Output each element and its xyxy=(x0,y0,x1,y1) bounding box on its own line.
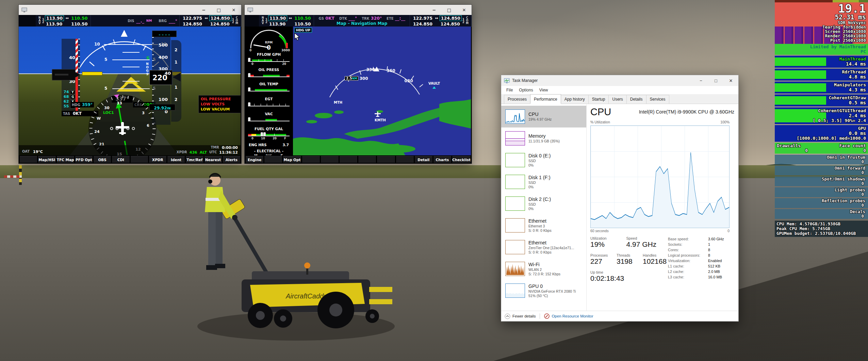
close-icon[interactable]: ✕ xyxy=(457,5,472,15)
sidebar-resource-item[interactable]: Disk 1 (F:) SSD 0% xyxy=(501,171,586,193)
softkey-button[interactable] xyxy=(396,156,414,163)
egt-label: EGT xyxy=(245,97,293,101)
maximize-icon[interactable]: □ xyxy=(211,5,226,15)
thread-name: MainThread xyxy=(777,57,866,62)
sidebar-resource-item[interactable]: Ethernet Ethernet 3 S: 0 R: 0 Kbps xyxy=(501,214,586,236)
warning-message: LOW VACUUM xyxy=(201,107,241,112)
sidebar-resource-item[interactable]: Disk 0 (E:) SSD 0% xyxy=(501,149,586,171)
sidebar-resource-item[interactable]: Wi-Fi WLAN 2 S: 72.0 R: 152 Kbps xyxy=(501,258,586,280)
navigation-map[interactable]: 300 330 360 030 2.5NM MTH KMTH VAULT HDG… xyxy=(293,27,471,155)
tug-handle xyxy=(235,218,271,279)
softkey-button[interactable]: Engine xyxy=(246,156,263,163)
tug-brand-text: AircraftCaddy xyxy=(285,292,327,300)
fps-info-lines: SDR NoVsyncTearing forbiddenScreen 2560x… xyxy=(777,20,866,42)
minimize-icon[interactable]: − xyxy=(693,75,708,86)
resource-mini-graph xyxy=(505,131,525,145)
resource-mini-graph xyxy=(505,240,525,254)
thread-time: 0.0 ms xyxy=(777,131,866,136)
softkey-button[interactable]: TFC Map xyxy=(57,156,74,163)
tab[interactable]: Startup xyxy=(588,95,609,104)
close-icon[interactable]: ✕ xyxy=(723,75,738,86)
softkey-button[interactable] xyxy=(358,156,376,163)
softkey-button[interactable] xyxy=(321,156,339,163)
softkey-button[interactable]: CDI xyxy=(112,156,129,163)
map-compass-arc xyxy=(320,57,432,101)
tab[interactable]: Users xyxy=(608,95,626,104)
memory-stat-line: GPUMem budget: 2.537GB/10.040GB xyxy=(776,231,866,236)
close-icon[interactable]: ✕ xyxy=(226,5,241,15)
warning-message: LOW VOLTS xyxy=(201,102,241,107)
cpu-details-table: Base speed:3.60 GHzSockets:1Cores:8Logic… xyxy=(668,236,734,280)
ownship-icon xyxy=(374,111,381,118)
mfd-status-bar: GS 0KT DTK ___° TRK 320° ETE __:__ Map –… xyxy=(314,15,410,27)
sidebar-resource-item[interactable]: Disk 2 (C:) SSD 0% xyxy=(501,193,586,214)
mfd-window-controls: − □ ✕ xyxy=(427,5,472,15)
tab[interactable]: Details xyxy=(626,95,646,104)
frequency-swap-icon: ↔ xyxy=(288,16,293,20)
softkey-button[interactable] xyxy=(340,156,357,163)
thread-time: 2.4 ms xyxy=(777,113,866,118)
menu-item[interactable]: View xyxy=(536,88,551,92)
maximize-icon[interactable]: □ xyxy=(708,75,723,86)
task-manager-tabs: ProcessesPerformanceApp historyStartupUs… xyxy=(501,94,738,104)
softkey-button[interactable]: Tmr/Ref xyxy=(186,156,203,163)
tab[interactable]: Services xyxy=(646,95,669,104)
menu-item[interactable]: Options xyxy=(516,88,536,92)
softkey-button[interactable]: Ident xyxy=(167,156,185,163)
open-resource-monitor-link[interactable]: Open Resource Monitor xyxy=(552,314,593,318)
softkey-button[interactable] xyxy=(302,156,320,163)
com-frequencies: 122.975 ↔ 124.850 124.850 124.850 12 COM xyxy=(410,15,472,27)
tab[interactable]: App history xyxy=(561,95,589,104)
sidebar-resource-item[interactable]: Ethernet ZeroTier One [12ac4a1e71... S: … xyxy=(501,236,586,258)
resource-detail: 0% xyxy=(528,185,551,189)
softkey-button[interactable] xyxy=(377,156,395,163)
softkey-button[interactable]: Map Opt xyxy=(283,156,301,163)
softkey-button[interactable]: PFD Opt xyxy=(75,156,93,163)
tab[interactable]: Processes xyxy=(504,95,530,104)
fewer-details-button[interactable]: Fewer details xyxy=(512,314,536,318)
pfd-titlebar[interactable]: − □ ✕ xyxy=(19,5,241,15)
minimize-icon[interactable]: − xyxy=(196,5,211,15)
task-manager-titlebar[interactable]: Task Manager − □ ✕ xyxy=(501,75,738,86)
hsi-compass-label: 33 xyxy=(117,101,122,105)
performance-sidebar: CPU 19% 4.97 GHz Memory 11.1/31.9 GB (35… xyxy=(501,104,587,311)
counter-value: 0 xyxy=(777,159,865,164)
softkey-button[interactable]: Alerts xyxy=(223,156,240,163)
softkey-button[interactable]: OBS xyxy=(94,156,111,163)
softkey-button[interactable] xyxy=(264,156,282,163)
com1-standby-frequency: 122.975 xyxy=(412,16,433,21)
sidebar-resource-item[interactable]: GPU 0 NVIDIA GeForce RTX 2080 Ti 51% (50… xyxy=(501,280,586,302)
fps-value: 19.1 xyxy=(777,3,866,14)
tab[interactable]: Performance xyxy=(530,94,561,104)
softkey-button[interactable] xyxy=(131,156,148,163)
softkey-button[interactable]: Charts xyxy=(433,156,451,163)
sidebar-resource-item[interactable]: Memory 11.1/31.9 GB (35%) xyxy=(501,127,586,149)
thread-name: GPU xyxy=(777,126,866,131)
vspeed-row: 68 G xyxy=(64,94,76,99)
mfd-softkeys: EngineMap OptDetailChartsChecklist xyxy=(245,155,472,164)
mfd-titlebar[interactable]: − □ ✕ xyxy=(245,5,472,15)
thread-timing-row: RdrThread 4.8 ms xyxy=(775,69,868,81)
chevron-up-icon[interactable] xyxy=(505,313,510,319)
fps-block: 19.1 52.31 ms SDR NoVsyncTearing forbidd… xyxy=(775,2,868,44)
nav1-active-frequency: 113.90 xyxy=(268,15,287,21)
menu-item[interactable]: File xyxy=(503,88,516,92)
softkey-button[interactable]: Checklist xyxy=(452,156,471,163)
render-counter-row: Omni forward 0 xyxy=(775,166,868,175)
maximize-icon[interactable]: □ xyxy=(442,5,457,15)
softkey-button[interactable]: Map/HSI xyxy=(38,156,55,163)
limited-by-text: Limited by MainThread xyxy=(777,45,866,49)
fuel-label: FUEL QTY GAL xyxy=(245,127,293,131)
pitch-line-10 xyxy=(104,44,158,45)
cpu-stats-row3: Up time0:02:18:43 xyxy=(590,270,667,282)
softkey-button[interactable]: Nearest xyxy=(204,156,222,163)
y-axis-label: % Utilization xyxy=(590,120,610,124)
softkey-button[interactable] xyxy=(20,156,37,163)
softkey-button[interactable]: XPDR xyxy=(149,156,166,163)
softkey-button[interactable]: Detail xyxy=(415,156,432,163)
minimize-icon[interactable]: − xyxy=(427,5,442,15)
counter-value: 0 xyxy=(777,203,865,207)
sidebar-resource-item[interactable]: CPU 19% 4.97 GHz xyxy=(501,106,586,127)
resource-name: Wi-Fi xyxy=(528,262,560,268)
headset-earcup xyxy=(208,179,212,184)
